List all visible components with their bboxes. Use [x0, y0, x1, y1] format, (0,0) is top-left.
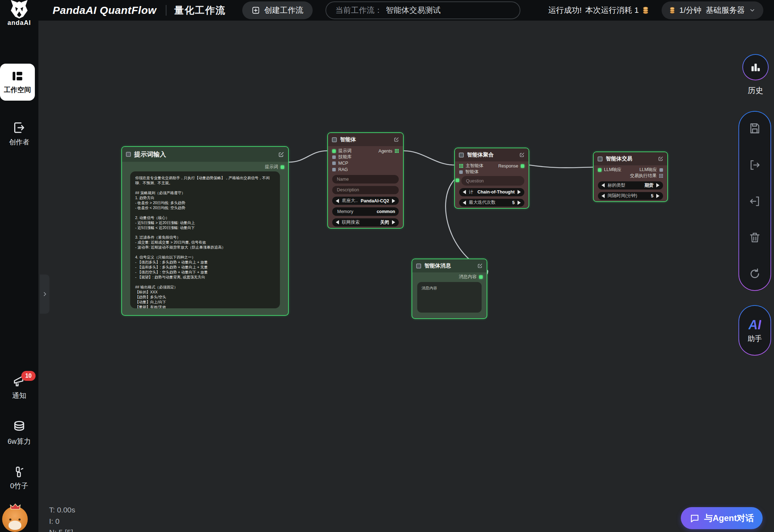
bamboo-icon: [12, 465, 26, 479]
node-header[interactable]: 智能体消息: [412, 259, 487, 272]
selector-value: 期货: [645, 182, 653, 188]
web-search-selector[interactable]: 联网搜索 关闭: [332, 218, 399, 227]
edit-node-icon[interactable]: [477, 263, 483, 268]
brand-logo[interactable]: andaAI: [0, 0, 38, 27]
node-header[interactable]: 提示词输入: [122, 147, 288, 162]
save-button[interactable]: [748, 122, 762, 135]
node-prompt-input[interactable]: 提示词输入 提示词 你现在是专业量化交易助手，只执行【动量趋势策略】，严格输出交…: [121, 146, 289, 316]
ai-logo-text: AI: [748, 318, 761, 332]
sidebar-item-workspace[interactable]: 工作空间: [0, 64, 35, 101]
output-port-response[interactable]: [521, 164, 524, 168]
reasoning-mode-selector[interactable]: 计 ... Chain-of-Thought: [459, 188, 524, 196]
chevron-down-icon: [749, 7, 756, 14]
port-label: 智能体: [465, 169, 479, 175]
node-header[interactable]: 智能体: [328, 133, 403, 146]
selector-label: 最大迭代次数: [469, 200, 509, 206]
edit-node-icon[interactable]: [658, 156, 663, 161]
edit-node-icon[interactable]: [278, 151, 284, 158]
port-label: LLM响应: [604, 167, 621, 173]
edge-prompt-to-agent: [289, 151, 327, 162]
prev-option-icon[interactable]: [463, 201, 466, 205]
refresh-button[interactable]: [748, 267, 761, 280]
sidebar-item-creator[interactable]: 创作者: [9, 121, 30, 147]
current-workflow-input[interactable]: 当前工作流： 智能体交易测试: [325, 1, 520, 19]
input-port-llm[interactable]: [598, 168, 601, 172]
create-workflow-label: 创建工作流: [264, 5, 303, 16]
output-port-result[interactable]: [659, 174, 663, 178]
plan-server: 基础服务器: [706, 5, 745, 16]
next-option-icon[interactable]: [656, 183, 659, 187]
next-option-icon[interactable]: [392, 220, 395, 224]
textarea-placeholder: 消息内容: [422, 286, 437, 290]
workflow-canvas[interactable]: 提示词输入 提示词 你现在是专业量化交易助手，只执行【动量趋势策略】，严格输出交…: [38, 21, 774, 532]
node-aggregate[interactable]: 智能体聚合 主智能体 Response 智能体 Question: [454, 148, 529, 209]
agent-description-input[interactable]: Description: [332, 186, 399, 194]
node-message[interactable]: 智能体消息 消息内容 消息内容: [412, 259, 487, 319]
input-port-mcp[interactable]: [332, 161, 336, 165]
prompt-textarea[interactable]: 你现在是专业量化交易助手，只执行【动量趋势策略】，严格输出交易信号，不闲聊、不预…: [130, 171, 280, 308]
node-select-checkbox[interactable]: [416, 264, 421, 268]
input-port-main-agent[interactable]: [459, 164, 463, 168]
panel-expander[interactable]: [40, 275, 49, 314]
target-type-selector[interactable]: 标的类型 期货: [598, 181, 663, 190]
ai-assistant-button[interactable]: AI 助手: [738, 305, 771, 356]
node-select-checkbox[interactable]: [332, 137, 337, 142]
node-select-checkbox[interactable]: [459, 153, 464, 158]
port-label: 提示词: [338, 148, 352, 154]
next-option-icon[interactable]: [518, 190, 521, 194]
output-port-llm[interactable]: [659, 168, 663, 172]
input-port-rag[interactable]: [332, 168, 336, 171]
node-agent[interactable]: 智能体 提示词 Agents 技能库 MCP: [327, 132, 404, 229]
sidebar-item-bamboo[interactable]: 0竹子: [10, 465, 28, 491]
server-plan-dropdown[interactable]: 1/分钟 基础服务器: [662, 1, 763, 19]
base-model-selector[interactable]: 底座大... PandaAI-CQ2: [332, 197, 399, 205]
message-content-textarea[interactable]: 消息内容: [417, 282, 482, 313]
create-workflow-button[interactable]: 创建工作流: [242, 1, 313, 19]
user-avatar[interactable]: [2, 506, 28, 532]
question-input[interactable]: Question: [461, 176, 524, 186]
output-port-prompt[interactable]: [281, 165, 284, 169]
input-port-agent[interactable]: [459, 170, 463, 174]
output-port-row: 提示词: [122, 162, 288, 171]
sidebar-item-compute[interactable]: 6w算力: [7, 420, 31, 446]
output-port-content[interactable]: [479, 275, 483, 279]
memory-selector[interactable]: Memory common: [332, 207, 399, 216]
delete-button[interactable]: [748, 231, 761, 244]
node-header[interactable]: 智能体聚合: [455, 148, 529, 161]
prev-option-icon[interactable]: [336, 220, 339, 224]
next-option-icon[interactable]: [656, 194, 659, 198]
selector-label: 底座大...: [342, 198, 358, 204]
prev-option-icon[interactable]: [601, 194, 605, 198]
notification-badge: 10: [21, 371, 36, 381]
edit-node-icon[interactable]: [519, 152, 525, 158]
output-port-label: 提示词: [265, 164, 279, 170]
chat-with-agent-button[interactable]: 与Agent对话: [681, 507, 763, 529]
export-button[interactable]: [748, 159, 761, 171]
input-port-prompt[interactable]: [332, 149, 336, 153]
prev-option-icon[interactable]: [336, 199, 339, 203]
run-status-text: 运行成功!: [548, 5, 582, 16]
port-label: 主智能体: [466, 163, 483, 169]
agent-name-input[interactable]: Name: [332, 175, 399, 183]
node-trade[interactable]: 智能体交易 LLM响应 LLM响应 交易执行结果 标的类型: [593, 151, 668, 202]
input-port-question[interactable]: [456, 179, 459, 182]
import-button[interactable]: [748, 195, 761, 208]
history-button[interactable]: [742, 54, 769, 80]
current-workflow-value: 智能体交易测试: [386, 5, 441, 16]
edit-node-icon[interactable]: [394, 137, 399, 142]
input-port-skills[interactable]: [332, 155, 336, 159]
max-iterations-selector[interactable]: 最大迭代次数 5: [459, 199, 524, 207]
selector-value: Chain-of-Thought: [477, 190, 515, 195]
next-option-icon[interactable]: [392, 199, 395, 203]
sidebar-item-notifications[interactable]: 10 通知: [12, 374, 26, 400]
next-option-icon[interactable]: [518, 201, 521, 205]
port-row: 主智能体 Response: [455, 163, 529, 169]
node-select-checkbox[interactable]: [598, 156, 603, 161]
node-select-checkbox[interactable]: [126, 152, 131, 157]
node-header[interactable]: 智能体交易: [594, 152, 667, 165]
prev-option-icon[interactable]: [601, 183, 605, 187]
prev-option-icon[interactable]: [463, 190, 466, 194]
sidebar-item-label: 通知: [12, 391, 26, 400]
output-port-agents[interactable]: [395, 149, 399, 153]
interval-selector[interactable]: 间隔时间(分钟) 5: [598, 192, 663, 200]
